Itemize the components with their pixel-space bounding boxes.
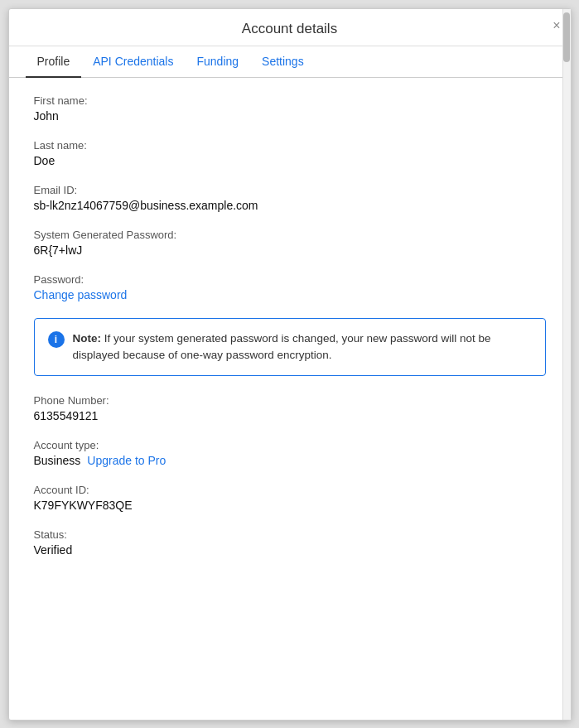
system-password-value: 6R{7+lwJ xyxy=(34,243,546,257)
info-icon: i xyxy=(48,331,65,348)
status-label: Status: xyxy=(34,528,546,541)
tab-profile[interactable]: Profile xyxy=(26,46,82,78)
status-value: Verified xyxy=(34,543,546,557)
close-button[interactable]: × xyxy=(552,19,560,32)
change-password-link[interactable]: Change password xyxy=(34,288,128,301)
dialog-title: Account details xyxy=(242,21,337,36)
note-body: If your system generated password is cha… xyxy=(73,332,491,361)
tab-settings[interactable]: Settings xyxy=(250,46,316,78)
account-id-group: Account ID: K79FYKWYF83QE xyxy=(34,484,546,512)
phone-value: 6135549121 xyxy=(34,409,546,422)
upgrade-to-pro-link[interactable]: Upgrade to Pro xyxy=(87,454,166,467)
account-type-label: Account type: xyxy=(34,439,546,451)
tab-funding[interactable]: Funding xyxy=(185,46,250,78)
tab-api-credentials[interactable]: API Credentials xyxy=(81,46,185,78)
dialog-header: Account details × xyxy=(9,9,571,46)
first-name-value: John xyxy=(34,109,546,123)
last-name-value: Doe xyxy=(34,154,546,167)
phone-label: Phone Number: xyxy=(34,394,546,407)
account-id-value: K79FYKWYF83QE xyxy=(34,499,546,512)
note-bold: Note: xyxy=(73,332,102,345)
info-box: i Note: If your system generated passwor… xyxy=(34,318,546,377)
first-name-label: First name: xyxy=(34,94,546,107)
account-type-row: Business Upgrade to Pro xyxy=(34,454,546,467)
email-id-label: Email ID: xyxy=(34,184,546,196)
account-details-dialog: Account details × Profile API Credential… xyxy=(8,8,572,721)
tab-bar: Profile API Credentials Funding Settings xyxy=(9,46,571,78)
status-group: Status: Verified xyxy=(34,528,546,557)
scrollbar[interactable] xyxy=(562,9,571,720)
account-id-label: Account ID: xyxy=(34,484,546,496)
profile-content: First name: John Last name: Doe Email ID… xyxy=(9,78,571,599)
last-name-label: Last name: xyxy=(34,139,546,152)
scrollbar-thumb xyxy=(563,12,570,62)
phone-group: Phone Number: 6135549121 xyxy=(34,394,546,422)
last-name-group: Last name: Doe xyxy=(34,139,546,167)
system-password-label: System Generated Password: xyxy=(34,229,546,241)
first-name-group: First name: John xyxy=(34,94,546,123)
email-id-value: sb-lk2nz14067759@business.example.com xyxy=(34,199,546,212)
account-type-group: Account type: Business Upgrade to Pro xyxy=(34,439,546,467)
account-type-value: Business xyxy=(34,454,81,467)
email-id-group: Email ID: sb-lk2nz14067759@business.exam… xyxy=(34,184,546,212)
system-password-group: System Generated Password: 6R{7+lwJ xyxy=(34,229,546,257)
password-label: Password: xyxy=(34,273,546,286)
password-group: Password: Change password xyxy=(34,273,546,301)
info-text: Note: If your system generated password … xyxy=(73,330,532,364)
